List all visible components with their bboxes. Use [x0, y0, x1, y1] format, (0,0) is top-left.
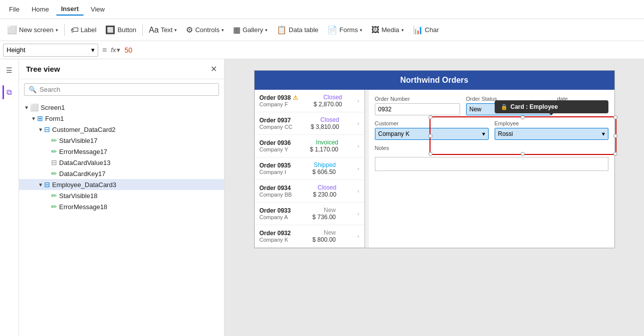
- starvisible18-label: StarVisible18: [59, 192, 97, 200]
- tree-item-datacardvalue13[interactable]: ⊟ DataCardValue13: [19, 157, 224, 168]
- order-row-0932[interactable]: Order 0932 Company K New $ 800.00 ›: [255, 225, 364, 248]
- menu-view[interactable]: View: [86, 4, 110, 15]
- employee-select[interactable]: Rossi ▾: [495, 128, 608, 140]
- close-button[interactable]: ✕: [210, 64, 217, 74]
- new-screen-chevron: ▾: [56, 28, 58, 33]
- button-icon: 🔲: [105, 25, 115, 35]
- chart-button[interactable]: 📊 Char: [409, 23, 443, 37]
- order-amount-0936: $ 1,170.00: [310, 146, 338, 153]
- order-row-0938[interactable]: Order 0938 ⚠ Company F Closed $ 2,870.00…: [255, 90, 364, 112]
- media-button[interactable]: 🖼 Media ▾: [367, 23, 407, 37]
- property-chevron: ▾: [91, 46, 95, 54]
- datacardkey17-label: DataCardKey17: [59, 170, 106, 178]
- card-employee-overlay: 🔒 Card : Employee: [495, 100, 608, 115]
- order-number-field: Order Number 0932: [375, 96, 460, 115]
- active-indicator: [3, 85, 4, 99]
- search-input[interactable]: [40, 86, 214, 93]
- layers-button[interactable]: ⧉: [3, 85, 17, 99]
- chart-icon: 📊: [413, 25, 423, 35]
- order-company-0938: Company F: [260, 101, 299, 107]
- order-number-input[interactable]: 0932: [375, 103, 460, 115]
- order-row-0935[interactable]: Order 0935 Company I Shipped $ 606.50 ›: [255, 157, 364, 180]
- tree-item-errormessage18[interactable]: ✏ ErrorMessage18: [19, 201, 224, 212]
- tree-item-form1[interactable]: ▼ ⊞ Form1: [19, 113, 224, 124]
- media-chevron: ▾: [401, 28, 404, 33]
- customer-select[interactable]: Company K ▾: [375, 128, 489, 140]
- menu-home[interactable]: Home: [27, 4, 54, 15]
- tree-item-screen1[interactable]: ▼ ⬜ Screen1: [19, 102, 224, 113]
- forms-icon: 📄: [327, 25, 337, 35]
- order-num-0937: Order 0937: [260, 117, 293, 124]
- order-chevron-0938: ›: [357, 98, 359, 104]
- fx-wrapper: fx ▾: [111, 46, 120, 54]
- toolbar: ⬜ New screen ▾ 🏷 Label 🔲 Button Aa Text …: [0, 19, 644, 41]
- gallery-button[interactable]: ▦ Gallery ▾: [229, 23, 272, 37]
- button-button[interactable]: 🔲 Button: [101, 23, 140, 37]
- order-company-0936: Company Y: [260, 146, 291, 152]
- notes-input[interactable]: [375, 157, 608, 171]
- formula-value[interactable]: 50: [122, 46, 132, 54]
- detail-row-2: Customer Company K ▾ Employee Rossi ▾: [375, 120, 608, 140]
- order-num-0933: Order 0933: [260, 207, 291, 214]
- screen1-label: Screen1: [41, 104, 65, 111]
- order-left-0937: Order 0937 Company CC: [260, 117, 293, 130]
- text-icon: Aa: [149, 26, 159, 35]
- text-button[interactable]: Aa Text ▾: [145, 23, 181, 37]
- data-table-icon: 📋: [277, 25, 287, 35]
- left-rail: ☰ ⧉: [0, 59, 19, 336]
- errormessage17-label: ErrorMessage17: [59, 148, 107, 155]
- form-icon: ⊞: [37, 114, 43, 122]
- forms-button[interactable]: 📄 Forms ▾: [323, 23, 366, 37]
- order-row-0933[interactable]: Order 0933 Company A New $ 736.00 ›: [255, 203, 364, 225]
- hamburger-button[interactable]: ☰: [3, 63, 17, 77]
- controls-button[interactable]: ⚙ Controls ▾: [182, 23, 228, 37]
- notes-label: Notes: [375, 145, 608, 151]
- tree-item-employee-datacard3[interactable]: ▼ ⊟ Employee_DataCard3: [19, 179, 224, 190]
- data-table-button[interactable]: 📋 Data table: [273, 23, 322, 37]
- order-row-0934[interactable]: Order 0934 Company BB Closed $ 230.00 ›: [255, 180, 364, 203]
- order-company-0934: Company BB: [260, 192, 292, 198]
- list-scrollbar[interactable]: [365, 90, 369, 248]
- handle-tm[interactable]: [521, 115, 525, 119]
- employee-field: Employee Rossi ▾ 🔒 Card : Employee: [495, 120, 608, 140]
- controls-icon: ⚙: [186, 25, 193, 35]
- search-container: 🔍: [24, 83, 219, 96]
- menu-insert[interactable]: Insert: [56, 3, 84, 16]
- label-button[interactable]: 🏷 Label: [67, 23, 101, 37]
- order-row-0937[interactable]: Order 0937 Company CC Closed $ 3,810.00 …: [255, 112, 364, 135]
- expand-employee-dc[interactable]: ▼: [37, 182, 44, 188]
- tree-item-customer-datacard2[interactable]: ▼ ⊟ Customer_DataCard2: [19, 124, 224, 135]
- forms-chevron: ▾: [360, 28, 362, 33]
- app-title: Northwind Orders: [400, 76, 468, 84]
- tree-item-errormessage17[interactable]: ✏ ErrorMessage17: [19, 146, 224, 157]
- order-status-0934: Closed: [318, 184, 336, 191]
- handle-br[interactable]: [613, 152, 617, 156]
- canvas: Northwind Orders Order 0938 ⚠ Company F: [225, 59, 644, 336]
- tree-item-starvisible18[interactable]: ✏ StarVisible18: [19, 190, 224, 201]
- order-num-0938: Order 0938 ⚠: [260, 94, 299, 101]
- handle-mr[interactable]: [613, 134, 617, 138]
- formula-bar: Height ▾ = fx ▾ 50: [0, 41, 644, 59]
- expand-screen1[interactable]: ▼: [23, 105, 30, 110]
- order-company-0932: Company K: [260, 237, 291, 243]
- order-chevron-0935: ›: [357, 166, 359, 172]
- sidebar-header: Tree view ✕: [19, 59, 224, 79]
- expand-customer-dc[interactable]: ▼: [37, 127, 44, 132]
- expand-form1[interactable]: ▼: [30, 116, 37, 121]
- edit-icon-dck17: ✏: [51, 170, 57, 178]
- order-num-0932: Order 0932: [260, 230, 291, 237]
- new-screen-button[interactable]: ⬜ New screen ▾: [3, 23, 62, 37]
- datacardvalue13-label: DataCardValue13: [59, 159, 110, 166]
- fx-label: fx: [111, 46, 116, 54]
- order-chevron-0933: ›: [357, 211, 359, 217]
- handle-tl[interactable]: [428, 115, 433, 119]
- employee-chevron: ▾: [602, 130, 605, 137]
- tree-item-starvisible17[interactable]: ✏ StarVisible17: [19, 135, 224, 146]
- order-row-0936[interactable]: Order 0936 Company Y Invoiced $ 1,170.00…: [255, 135, 364, 157]
- handle-tr[interactable]: [613, 115, 617, 119]
- menu-file[interactable]: File: [4, 4, 25, 15]
- property-dropdown[interactable]: Height ▾: [3, 44, 98, 57]
- tree-item-datacardkey17[interactable]: ✏ DataCardKey17: [19, 168, 224, 179]
- text-icon-dcv13: ⊟: [51, 158, 57, 166]
- edit-icon-em17: ✏: [51, 147, 57, 155]
